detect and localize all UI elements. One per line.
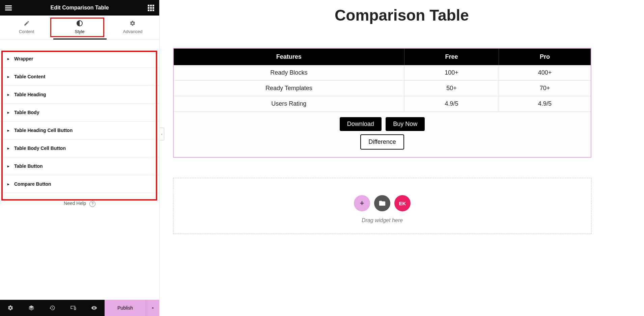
history-icon (49, 305, 55, 311)
table-header-cell: Pro (499, 49, 591, 65)
section-item[interactable]: ▸Wrapper (0, 50, 159, 68)
difference-button[interactable]: Difference (360, 134, 404, 150)
question-icon: ? (89, 201, 95, 207)
download-button[interactable]: Download (340, 117, 382, 131)
table-cell: 4.9/5 (499, 96, 591, 112)
contrast-icon (77, 20, 83, 26)
table-buttons-row: Download Buy Now (174, 112, 591, 134)
buy-now-button[interactable]: Buy Now (386, 117, 425, 131)
caret-right-icon: ▸ (7, 146, 9, 151)
section-label: Table Button (14, 163, 43, 169)
eye-icon (91, 305, 97, 311)
publish-button[interactable]: Publish (105, 300, 146, 316)
table-row: Ready Templates50+70+ (174, 81, 591, 96)
table-row: Users Rating4.9/54.9/5 (174, 96, 591, 112)
comparison-table-widget[interactable]: FeaturesFreePro Ready Blocks100+400+Read… (173, 48, 591, 158)
section-item[interactable]: ▸Compare Button (0, 175, 159, 193)
layers-icon (28, 305, 34, 311)
panel-title: Edit Comparison Table (14, 5, 145, 11)
table-cell: 100+ (404, 65, 499, 81)
drop-zone-icons: + EK (173, 195, 591, 211)
responsive-icon (70, 305, 77, 311)
tab-style[interactable]: Style (53, 16, 106, 40)
tab-advanced-label: Advanced (123, 29, 142, 34)
section-label: Compare Button (14, 181, 51, 187)
sidebar-panel: Edit Comparison Table Content Style Adva (0, 0, 160, 316)
table-cell: Users Rating (174, 96, 404, 112)
sidebar-header: Edit Comparison Table (0, 0, 159, 16)
compare-button-row: Difference (174, 134, 591, 157)
caret-right-icon: ▸ (7, 164, 9, 168)
caret-right-icon: ▸ (7, 75, 9, 79)
drop-hint: Drag widget here (173, 217, 591, 223)
collapse-sidebar-button[interactable]: ‹ (160, 128, 164, 140)
comparison-table: FeaturesFreePro Ready Blocks100+400+Read… (174, 49, 591, 112)
add-section-button[interactable]: + (354, 195, 370, 211)
section-item[interactable]: ▸Table Body (0, 104, 159, 122)
publish-label: Publish (117, 305, 133, 311)
table-row: Ready Blocks100+400+ (174, 65, 591, 81)
table-cell: 50+ (404, 81, 499, 96)
panel-body: ▸Wrapper▸Table Content▸Table Heading▸Tab… (0, 40, 159, 300)
brand-icon: EK (399, 201, 406, 206)
caret-right-icon: ▸ (7, 57, 9, 61)
hamburger-icon (5, 4, 12, 11)
gear-icon (130, 20, 136, 26)
history-button[interactable] (42, 300, 63, 316)
section-item[interactable]: ▸Table Body Cell Button (0, 139, 159, 157)
table-cell: 400+ (499, 65, 591, 81)
elementskit-button[interactable]: EK (394, 195, 411, 211)
menu-button[interactable] (3, 2, 14, 14)
tab-advanced[interactable]: Advanced (106, 16, 159, 40)
tab-content-label: Content (19, 29, 34, 34)
section-label: Table Body Cell Button (14, 146, 66, 151)
folder-icon (379, 200, 386, 207)
section-item[interactable]: ▸Table Content (0, 68, 159, 86)
section-label: Table Heading Cell Button (14, 128, 73, 133)
tab-content[interactable]: Content (0, 16, 53, 40)
table-cell: Ready Templates (174, 81, 404, 96)
table-header-cell: Free (404, 49, 499, 65)
table-cell: Ready Blocks (174, 65, 404, 81)
need-help-link[interactable]: Need Help ? (0, 193, 159, 214)
section-label: Table Heading (14, 92, 46, 97)
section-item[interactable]: ▸Table Heading Cell Button (0, 122, 159, 139)
section-item[interactable]: ▸Table Heading (0, 86, 159, 104)
preview-button[interactable] (84, 300, 105, 316)
plus-icon: + (360, 199, 364, 208)
responsive-button[interactable] (63, 300, 84, 316)
pencil-icon (24, 20, 30, 26)
preview-area: ‹ Comparison Table FeaturesFreePro Ready… (160, 0, 644, 316)
section-label: Wrapper (14, 56, 33, 61)
caret-right-icon: ▸ (7, 128, 9, 133)
publish-options-button[interactable] (146, 300, 159, 316)
gear-icon (7, 305, 13, 311)
table-cell: 4.9/5 (404, 96, 499, 112)
navigator-button[interactable] (21, 300, 42, 316)
tab-active-underline (53, 38, 107, 40)
chevron-up-icon (150, 306, 155, 310)
section-label: Table Body (14, 110, 39, 115)
sidebar-footer: Publish (0, 300, 159, 316)
caret-right-icon: ▸ (7, 182, 9, 186)
settings-button[interactable] (0, 300, 21, 316)
grid-icon (148, 5, 154, 11)
table-cell: 70+ (499, 81, 591, 96)
section-label: Table Content (14, 74, 45, 79)
drop-zone[interactable]: + EK Drag widget here (173, 178, 591, 234)
tab-style-label: Style (75, 29, 85, 34)
widgets-grid-button[interactable] (145, 2, 157, 14)
caret-right-icon: ▸ (7, 93, 9, 97)
page-title: Comparison Table (173, 6, 631, 24)
template-library-button[interactable] (374, 195, 390, 211)
caret-right-icon: ▸ (7, 110, 9, 115)
editor-tabs: Content Style Advanced (0, 16, 159, 40)
section-item[interactable]: ▸Table Button (0, 157, 159, 175)
need-help-label: Need Help (64, 201, 86, 206)
table-header-cell: Features (174, 49, 404, 65)
